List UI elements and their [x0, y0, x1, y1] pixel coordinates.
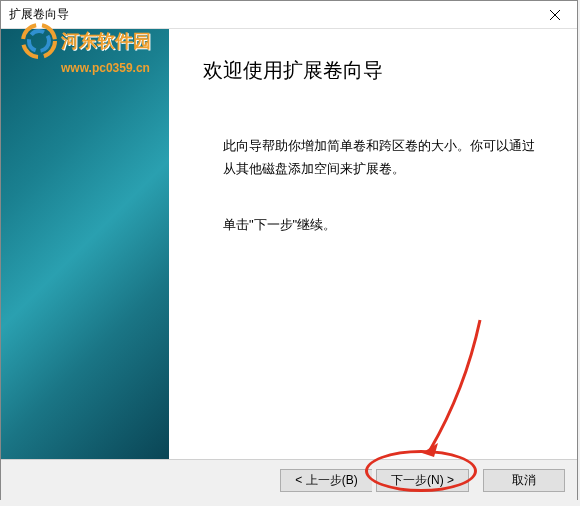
- wizard-dialog: 扩展卷向导 河东软件园 www.pc0359.cn 欢迎使用扩展卷向导 此向导帮…: [0, 0, 578, 500]
- wizard-content: 欢迎使用扩展卷向导 此向导帮助你增加简单卷和跨区卷的大小。你可以通过从其他磁盘添…: [169, 29, 577, 459]
- window-title: 扩展卷向导: [9, 6, 69, 23]
- page-title: 欢迎使用扩展卷向导: [203, 57, 547, 84]
- cancel-button[interactable]: 取消: [483, 469, 565, 492]
- watermark-url: www.pc0359.cn: [61, 61, 151, 75]
- back-button[interactable]: < 上一步(B): [280, 469, 372, 492]
- close-icon: [550, 10, 560, 20]
- wizard-instruction: 单击"下一步"继续。: [223, 216, 547, 234]
- wizard-footer: < 上一步(B) 下一步(N) > 取消: [1, 459, 577, 501]
- next-button[interactable]: 下一步(N) >: [376, 469, 469, 492]
- wizard-description: 此向导帮助你增加简单卷和跨区卷的大小。你可以通过从其他磁盘添加空间来扩展卷。: [223, 134, 547, 181]
- wizard-sidebar: [1, 29, 169, 459]
- svg-point-3: [29, 31, 49, 51]
- watermark-brand: 河东软件园: [61, 29, 151, 53]
- watermark: 河东软件园 www.pc0359.cn: [21, 23, 151, 75]
- watermark-logo-icon: [21, 23, 57, 59]
- close-button[interactable]: [532, 1, 577, 29]
